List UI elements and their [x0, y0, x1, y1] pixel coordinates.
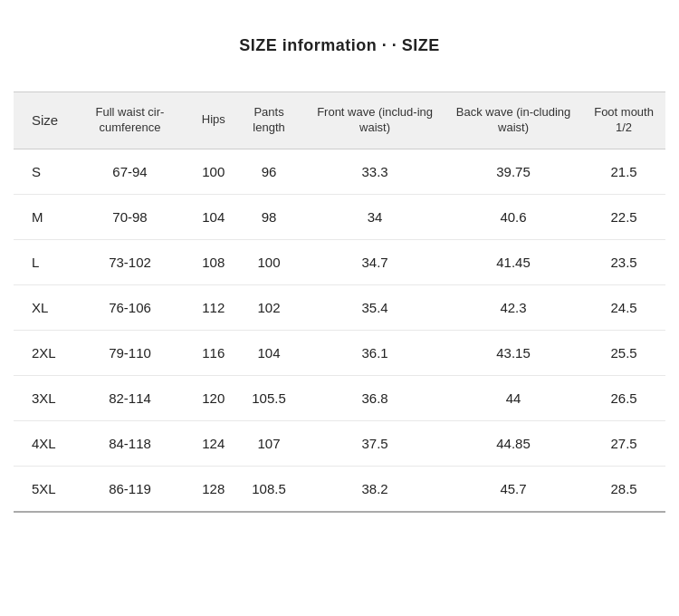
cell-foot: 26.5 — [582, 375, 665, 420]
col-pants: Pants length — [233, 92, 305, 149]
cell-pants: 96 — [233, 149, 305, 194]
cell-foot: 25.5 — [582, 330, 665, 375]
cell-front: 36.1 — [305, 330, 445, 375]
cell-foot: 21.5 — [582, 149, 665, 194]
cell-front: 34.7 — [305, 239, 445, 284]
cell-size: M — [14, 194, 65, 239]
table-row: 3XL82-114120105.536.84426.5 — [14, 375, 665, 420]
table-row: 5XL86-119128108.538.245.728.5 — [14, 466, 665, 512]
col-back: Back wave (in-cluding waist) — [445, 92, 582, 149]
cell-back: 43.15 — [445, 330, 582, 375]
cell-hips: 108 — [195, 239, 233, 284]
cell-pants: 102 — [233, 284, 305, 330]
cell-size: XL — [14, 284, 65, 330]
cell-front: 36.8 — [305, 375, 445, 420]
table-row: M70-98104983440.622.5 — [14, 194, 665, 239]
cell-front: 37.5 — [305, 420, 445, 466]
cell-waist: 84-118 — [65, 420, 195, 466]
cell-hips: 104 — [195, 194, 233, 239]
cell-foot: 27.5 — [582, 420, 665, 466]
cell-back: 41.45 — [445, 239, 582, 284]
cell-pants: 107 — [233, 420, 305, 466]
cell-pants: 100 — [233, 239, 305, 284]
cell-front: 33.3 — [305, 149, 445, 194]
cell-hips: 128 — [195, 466, 233, 512]
cell-waist: 76-106 — [65, 284, 195, 330]
cell-front: 35.4 — [305, 284, 445, 330]
cell-size: 5XL — [14, 466, 65, 512]
cell-size: 2XL — [14, 330, 65, 375]
cell-foot: 24.5 — [582, 284, 665, 330]
col-foot: Foot mouth 1/2 — [582, 92, 665, 149]
cell-size: L — [14, 239, 65, 284]
table-header-row: Size Full waist cir-cumference Hips Pant… — [14, 92, 665, 149]
cell-waist: 82-114 — [65, 375, 195, 420]
cell-size: 4XL — [14, 420, 65, 466]
cell-pants: 105.5 — [233, 375, 305, 420]
table-row: L73-10210810034.741.4523.5 — [14, 239, 665, 284]
cell-front: 38.2 — [305, 466, 445, 512]
cell-waist: 67-94 — [65, 149, 195, 194]
table-row: S67-941009633.339.7521.5 — [14, 149, 665, 194]
col-hips: Hips — [195, 92, 233, 149]
cell-pants: 104 — [233, 330, 305, 375]
cell-back: 44.85 — [445, 420, 582, 466]
page-container: SIZE information · · SIZE Size Full wais… — [0, 0, 679, 616]
cell-waist: 73-102 — [65, 239, 195, 284]
size-table: Size Full waist cir-cumference Hips Pant… — [14, 91, 665, 513]
cell-size: S — [14, 149, 65, 194]
table-row: XL76-10611210235.442.324.5 — [14, 284, 665, 330]
cell-back: 44 — [445, 375, 582, 420]
col-front: Front wave (includ-ing waist) — [305, 92, 445, 149]
cell-size: 3XL — [14, 375, 65, 420]
table-row: 2XL79-11011610436.143.1525.5 — [14, 330, 665, 375]
cell-back: 39.75 — [445, 149, 582, 194]
cell-hips: 112 — [195, 284, 233, 330]
col-size: Size — [14, 92, 65, 149]
cell-foot: 23.5 — [582, 239, 665, 284]
table-row: 4XL84-11812410737.544.8527.5 — [14, 420, 665, 466]
cell-back: 45.7 — [445, 466, 582, 512]
cell-back: 40.6 — [445, 194, 582, 239]
cell-hips: 120 — [195, 375, 233, 420]
cell-hips: 100 — [195, 149, 233, 194]
cell-pants: 98 — [233, 194, 305, 239]
cell-waist: 86-119 — [65, 466, 195, 512]
cell-waist: 70-98 — [65, 194, 195, 239]
cell-hips: 116 — [195, 330, 233, 375]
cell-foot: 28.5 — [582, 466, 665, 512]
cell-waist: 79-110 — [65, 330, 195, 375]
page-title: SIZE information · · SIZE — [239, 36, 440, 55]
cell-front: 34 — [305, 194, 445, 239]
cell-hips: 124 — [195, 420, 233, 466]
cell-pants: 108.5 — [233, 466, 305, 512]
cell-back: 42.3 — [445, 284, 582, 330]
col-waist: Full waist cir-cumference — [65, 92, 195, 149]
cell-foot: 22.5 — [582, 194, 665, 239]
